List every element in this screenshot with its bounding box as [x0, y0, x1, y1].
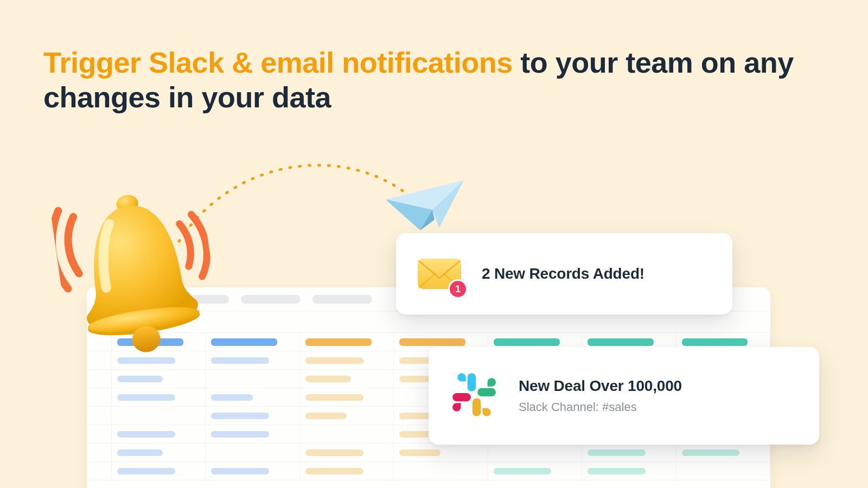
bell-icon	[47, 161, 223, 365]
slack-icon	[449, 370, 499, 422]
svg-rect-12	[473, 398, 481, 416]
email-badge-count: 1	[448, 279, 468, 299]
paper-plane-icon	[382, 172, 464, 234]
sheet-tab	[241, 295, 301, 304]
page-headline: Trigger Slack & email notifications to y…	[43, 46, 825, 114]
email-card-title: 2 New Records Added!	[482, 265, 712, 282]
headline-accent: Trigger Slack & email notifications	[43, 46, 513, 79]
email-notification-card: 1 2 New Records Added!	[396, 233, 732, 314]
email-icon: 1	[417, 254, 462, 293]
svg-rect-11	[452, 393, 471, 401]
slack-notification-card: New Deal Over 100,000 Slack Channel: #sa…	[429, 347, 819, 445]
slack-card-subtitle: Slack Channel: #sales	[519, 400, 799, 414]
sheet-tab	[312, 295, 372, 304]
svg-rect-10	[477, 388, 496, 396]
slack-card-title: New Deal Over 100,000	[519, 377, 799, 395]
svg-rect-9	[468, 373, 476, 391]
